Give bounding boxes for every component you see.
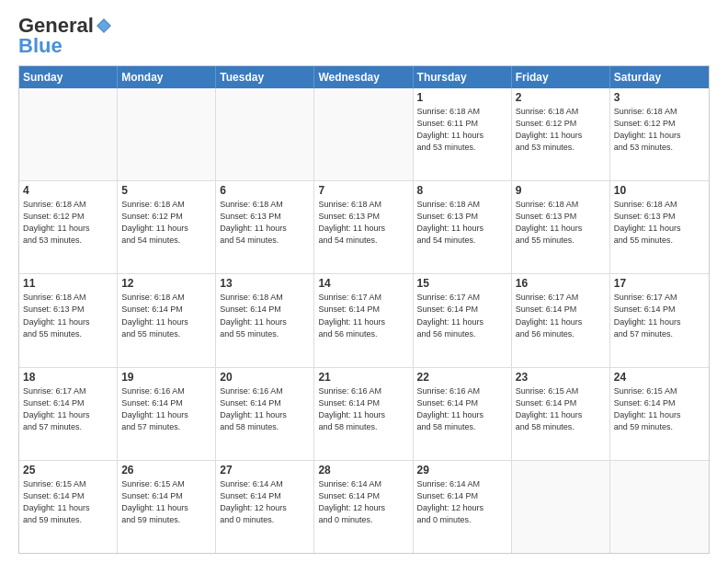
calendar-cell: 1Sunrise: 6:18 AMSunset: 6:11 PMDaylight… [414,88,512,180]
cell-info: Sunrise: 6:15 AMSunset: 6:14 PMDaylight:… [121,478,211,526]
cell-info: Sunrise: 6:16 AMSunset: 6:14 PMDaylight:… [220,385,310,433]
calendar-cell: 28Sunrise: 6:14 AMSunset: 6:14 PMDayligh… [314,461,413,553]
day-number: 12 [121,277,211,290]
calendar-cell: 4Sunrise: 6:18 AMSunset: 6:12 PMDaylight… [19,181,118,273]
calendar-cell: 22Sunrise: 6:16 AMSunset: 6:14 PMDayligh… [414,368,512,460]
cell-info: Sunrise: 6:18 AMSunset: 6:13 PMDaylight:… [417,199,507,247]
day-number: 10 [614,184,705,197]
day-number: 27 [220,464,310,477]
header-cell-friday: Friday [512,66,610,88]
calendar-cell: 14Sunrise: 6:17 AMSunset: 6:14 PMDayligh… [314,274,413,366]
cell-info: Sunrise: 6:18 AMSunset: 6:13 PMDaylight:… [23,292,113,339]
calendar-cell: 13Sunrise: 6:18 AMSunset: 6:14 PMDayligh… [216,274,314,366]
calendar-cell: 8Sunrise: 6:18 AMSunset: 6:13 PMDaylight… [414,181,512,273]
calendar-cell [19,88,118,180]
logo-icon [95,17,113,35]
cell-info: Sunrise: 6:17 AMSunset: 6:14 PMDaylight:… [516,292,606,339]
calendar-cell: 29Sunrise: 6:14 AMSunset: 6:14 PMDayligh… [414,461,512,553]
cell-info: Sunrise: 6:18 AMSunset: 6:13 PMDaylight:… [220,199,310,247]
cell-info: Sunrise: 6:16 AMSunset: 6:14 PMDaylight:… [417,385,507,433]
cell-info: Sunrise: 6:18 AMSunset: 6:13 PMDaylight:… [318,199,408,247]
calendar-cell: 18Sunrise: 6:17 AMSunset: 6:14 PMDayligh… [19,368,118,460]
cell-info: Sunrise: 6:18 AMSunset: 6:11 PMDaylight:… [417,106,507,154]
day-number: 15 [417,277,507,290]
calendar-cell: 7Sunrise: 6:18 AMSunset: 6:13 PMDaylight… [314,181,413,273]
calendar-cell: 5Sunrise: 6:18 AMSunset: 6:12 PMDaylight… [118,181,216,273]
day-number: 3 [614,91,705,104]
cell-info: Sunrise: 6:18 AMSunset: 6:12 PMDaylight:… [614,106,705,154]
cell-info: Sunrise: 6:17 AMSunset: 6:14 PMDaylight:… [614,292,705,339]
cell-info: Sunrise: 6:15 AMSunset: 6:14 PMDaylight:… [516,385,606,433]
cell-info: Sunrise: 6:16 AMSunset: 6:14 PMDaylight:… [121,385,211,433]
calendar-row-3: 11Sunrise: 6:18 AMSunset: 6:13 PMDayligh… [19,274,709,367]
calendar-cell: 3Sunrise: 6:18 AMSunset: 6:12 PMDaylight… [610,88,709,180]
day-number: 29 [417,464,507,477]
day-number: 13 [220,277,310,290]
cell-info: Sunrise: 6:18 AMSunset: 6:13 PMDaylight:… [516,199,606,247]
day-number: 22 [417,371,507,384]
cell-info: Sunrise: 6:17 AMSunset: 6:14 PMDaylight:… [417,292,507,339]
calendar-cell: 9Sunrise: 6:18 AMSunset: 6:13 PMDaylight… [512,181,610,273]
calendar-cell: 23Sunrise: 6:15 AMSunset: 6:14 PMDayligh… [512,368,610,460]
calendar-cell: 6Sunrise: 6:18 AMSunset: 6:13 PMDaylight… [216,181,314,273]
cell-info: Sunrise: 6:15 AMSunset: 6:14 PMDaylight:… [23,478,113,526]
calendar-cell [216,88,314,180]
day-number: 11 [23,277,113,290]
cell-info: Sunrise: 6:14 AMSunset: 6:14 PMDaylight:… [417,478,507,526]
calendar-cell [512,461,610,553]
day-number: 28 [318,464,408,477]
day-number: 24 [614,371,705,384]
day-number: 5 [121,184,211,197]
cell-info: Sunrise: 6:15 AMSunset: 6:14 PMDaylight:… [614,385,705,433]
day-number: 9 [516,184,606,197]
calendar-row-5: 25Sunrise: 6:15 AMSunset: 6:14 PMDayligh… [19,461,709,553]
calendar-header: SundayMondayTuesdayWednesdayThursdayFrid… [19,66,709,88]
day-number: 25 [23,464,113,477]
day-number: 1 [417,91,507,104]
calendar-cell: 20Sunrise: 6:16 AMSunset: 6:14 PMDayligh… [216,368,314,460]
calendar-cell: 24Sunrise: 6:15 AMSunset: 6:14 PMDayligh… [610,368,709,460]
calendar-row-4: 18Sunrise: 6:17 AMSunset: 6:14 PMDayligh… [19,368,709,461]
header-cell-tuesday: Tuesday [216,66,314,88]
day-number: 21 [318,371,408,384]
cell-info: Sunrise: 6:18 AMSunset: 6:12 PMDaylight:… [23,199,113,247]
cell-info: Sunrise: 6:18 AMSunset: 6:13 PMDaylight:… [614,199,705,247]
cell-info: Sunrise: 6:18 AMSunset: 6:12 PMDaylight:… [121,199,211,247]
calendar-row-1: 1Sunrise: 6:18 AMSunset: 6:11 PMDaylight… [19,88,709,181]
day-number: 7 [318,184,408,197]
day-number: 17 [614,277,705,290]
calendar-cell: 21Sunrise: 6:16 AMSunset: 6:14 PMDayligh… [314,368,413,460]
day-number: 26 [121,464,211,477]
calendar-cell [314,88,413,180]
calendar-cell: 15Sunrise: 6:17 AMSunset: 6:14 PMDayligh… [414,274,512,366]
cell-info: Sunrise: 6:18 AMSunset: 6:14 PMDaylight:… [220,292,310,339]
cell-info: Sunrise: 6:14 AMSunset: 6:14 PMDaylight:… [318,478,408,526]
calendar-cell: 19Sunrise: 6:16 AMSunset: 6:14 PMDayligh… [118,368,216,460]
day-number: 23 [516,371,606,384]
calendar-cell: 12Sunrise: 6:18 AMSunset: 6:14 PMDayligh… [118,274,216,366]
cell-info: Sunrise: 6:18 AMSunset: 6:14 PMDaylight:… [121,292,211,339]
cell-info: Sunrise: 6:14 AMSunset: 6:14 PMDaylight:… [220,478,310,526]
calendar-cell: 16Sunrise: 6:17 AMSunset: 6:14 PMDayligh… [512,274,610,366]
calendar-cell [610,461,709,553]
cell-info: Sunrise: 6:17 AMSunset: 6:14 PMDaylight:… [23,385,113,433]
calendar-cell: 25Sunrise: 6:15 AMSunset: 6:14 PMDayligh… [19,461,118,553]
calendar-cell: 11Sunrise: 6:18 AMSunset: 6:13 PMDayligh… [19,274,118,366]
header: General Blue [18,14,710,58]
calendar-body: 1Sunrise: 6:18 AMSunset: 6:11 PMDaylight… [19,88,709,553]
calendar-cell: 10Sunrise: 6:18 AMSunset: 6:13 PMDayligh… [610,181,709,273]
header-cell-saturday: Saturday [610,66,709,88]
cell-info: Sunrise: 6:17 AMSunset: 6:14 PMDaylight:… [318,292,408,339]
svg-marker-1 [98,20,109,31]
calendar-cell: 17Sunrise: 6:17 AMSunset: 6:14 PMDayligh… [610,274,709,366]
calendar-cell: 27Sunrise: 6:14 AMSunset: 6:14 PMDayligh… [216,461,314,553]
day-number: 20 [220,371,310,384]
calendar-cell: 26Sunrise: 6:15 AMSunset: 6:14 PMDayligh… [118,461,216,553]
day-number: 14 [318,277,408,290]
day-number: 8 [417,184,507,197]
cell-info: Sunrise: 6:16 AMSunset: 6:14 PMDaylight:… [318,385,408,433]
header-cell-sunday: Sunday [19,66,118,88]
day-number: 6 [220,184,310,197]
day-number: 4 [23,184,113,197]
page: General Blue SundayMondayTuesdayWednesda… [0,0,728,563]
